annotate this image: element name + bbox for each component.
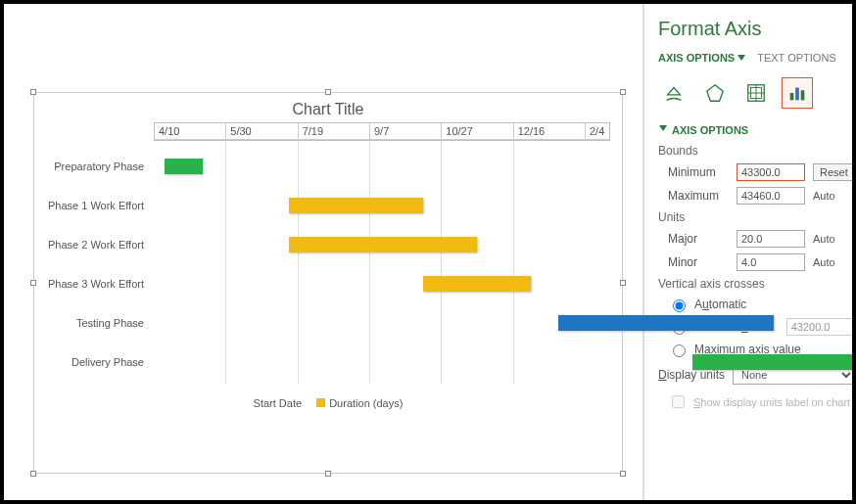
resize-handle[interactable] bbox=[620, 280, 626, 286]
tab-label: AXIS OPTIONS bbox=[658, 52, 735, 64]
data-bar[interactable] bbox=[692, 354, 854, 370]
gridline bbox=[225, 141, 226, 384]
reset-button[interactable]: Reset bbox=[813, 163, 855, 181]
resize-handle[interactable] bbox=[30, 471, 36, 477]
svg-rect-6 bbox=[790, 93, 794, 100]
chart-title[interactable]: Chart Title bbox=[34, 93, 622, 122]
checkbox-label: Show display units label on chart bbox=[693, 396, 850, 408]
axis-options-icon[interactable] bbox=[782, 77, 813, 109]
dropdown-icon bbox=[737, 55, 745, 61]
plot-area[interactable]: Preparatory PhasePhase 1 Work EffortPhas… bbox=[154, 141, 610, 384]
gridline bbox=[441, 141, 442, 384]
svg-marker-1 bbox=[707, 85, 724, 102]
chart-legend[interactable]: Start Date Duration (days) bbox=[34, 384, 622, 415]
legend-entry: Duration (days) bbox=[329, 397, 403, 409]
major-label: Major bbox=[658, 232, 729, 246]
auto-label: Auto bbox=[813, 233, 835, 245]
radio-automatic[interactable] bbox=[673, 299, 686, 312]
minor-label: Minor bbox=[658, 255, 729, 269]
x-axis[interactable]: 4/105/307/199/710/2712/162/4 bbox=[154, 122, 610, 141]
data-bar[interactable] bbox=[558, 315, 774, 331]
bounds-label: Bounds bbox=[658, 144, 855, 158]
axis-tick: 9/7 bbox=[370, 123, 442, 139]
category-label: Preparatory Phase bbox=[46, 160, 150, 172]
maximum-input[interactable] bbox=[737, 187, 805, 205]
svg-rect-8 bbox=[801, 90, 805, 100]
gridline bbox=[513, 141, 514, 384]
chart-area: Chart Title 4/105/307/199/710/2712/162/4… bbox=[4, 4, 642, 500]
chart-object[interactable]: Chart Title 4/105/307/199/710/2712/162/4… bbox=[33, 92, 623, 474]
minor-unit-input[interactable] bbox=[737, 253, 805, 271]
gridline bbox=[298, 141, 299, 384]
radio-label: Automatic bbox=[694, 298, 746, 311]
data-bar[interactable] bbox=[165, 159, 203, 174]
format-axis-panel: Format Axis AXIS OPTIONS TEXT OPTIONS AX… bbox=[642, 4, 856, 500]
category-label: Delivery Phase bbox=[46, 356, 150, 368]
tab-axis-options[interactable]: AXIS OPTIONS bbox=[658, 52, 745, 64]
auto-label: Auto bbox=[813, 256, 835, 268]
major-unit-input[interactable] bbox=[737, 230, 805, 248]
minimum-label: Minimum bbox=[658, 165, 729, 179]
axis-value-input[interactable] bbox=[786, 318, 855, 336]
vertical-axis-crosses-label: Vertical axis crosses bbox=[658, 277, 855, 291]
panel-title: Format Axis bbox=[658, 18, 855, 40]
legend-entry: Start Date bbox=[254, 397, 303, 409]
axis-tick: 12/16 bbox=[514, 123, 586, 139]
data-bar[interactable] bbox=[289, 198, 424, 213]
section-axis-options[interactable]: AXIS OPTIONS bbox=[658, 124, 855, 136]
fill-line-icon[interactable] bbox=[658, 77, 690, 109]
axis-tick: 5/30 bbox=[226, 123, 298, 139]
minimum-input[interactable] bbox=[737, 163, 805, 181]
axis-tick: 2/4 bbox=[586, 123, 609, 139]
axis-tick: 4/10 bbox=[155, 123, 226, 139]
maximum-label: Maximum bbox=[658, 189, 729, 203]
display-units-label: Display units bbox=[658, 368, 725, 382]
category-label: Phase 3 Work Effort bbox=[46, 278, 150, 290]
resize-handle[interactable] bbox=[30, 280, 36, 286]
radio-max-axis-value[interactable] bbox=[673, 344, 686, 357]
axis-tick: 10/27 bbox=[442, 123, 513, 139]
tab-text-options[interactable]: TEXT OPTIONS bbox=[757, 52, 835, 64]
resize-handle[interactable] bbox=[30, 89, 36, 95]
units-label: Units bbox=[658, 210, 855, 224]
category-label: Phase 1 Work Effort bbox=[46, 200, 150, 211]
gridline bbox=[369, 141, 370, 384]
show-display-units-checkbox bbox=[672, 395, 685, 408]
resize-handle[interactable] bbox=[325, 89, 331, 95]
auto-label: Auto bbox=[813, 190, 835, 202]
category-label: Phase 2 Work Effort bbox=[46, 239, 150, 251]
svg-rect-7 bbox=[795, 88, 799, 101]
resize-handle[interactable] bbox=[620, 471, 626, 477]
effects-icon[interactable] bbox=[699, 77, 731, 109]
svg-marker-0 bbox=[737, 55, 745, 61]
section-label: AXIS OPTIONS bbox=[672, 124, 748, 136]
data-bar[interactable] bbox=[423, 276, 531, 292]
resize-handle[interactable] bbox=[325, 471, 331, 477]
resize-handle[interactable] bbox=[620, 89, 626, 95]
size-properties-icon[interactable] bbox=[740, 77, 772, 109]
axis-tick: 7/19 bbox=[299, 123, 370, 139]
data-bar[interactable] bbox=[289, 237, 478, 252]
legend-swatch-icon bbox=[316, 398, 325, 407]
category-label: Testing Phase bbox=[46, 317, 150, 329]
